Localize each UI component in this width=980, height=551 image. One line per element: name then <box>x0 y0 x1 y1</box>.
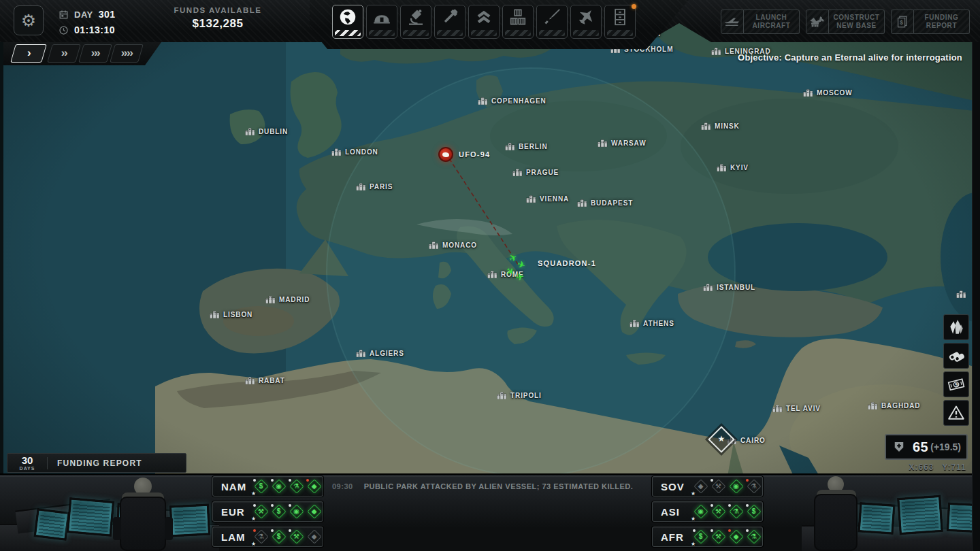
chevron-icon: › <box>14 45 44 62</box>
city-minsk[interactable]: MINSK <box>701 122 740 130</box>
city-rabat[interactable]: RABAT <box>245 377 285 384</box>
city-marker[interactable] <box>956 290 966 298</box>
toolbar-personnel-button[interactable] <box>468 5 500 39</box>
archive-icon <box>610 7 630 27</box>
speed-1-button[interactable]: › <box>10 44 47 63</box>
region-row-sov[interactable]: SOV◆★⚒◉⚗ <box>652 476 763 497</box>
toolbar-research-button[interactable] <box>400 5 431 39</box>
main-toolbar <box>310 0 689 49</box>
city-berlin[interactable]: BERLIN <box>505 143 548 150</box>
funding-days-unit: DAYS <box>7 466 47 471</box>
region-money-icon: $ <box>270 503 287 520</box>
star-icon: ★ <box>251 516 256 522</box>
button-hatch <box>335 30 361 36</box>
funding-report-label: FUNDING REPORT <box>914 10 970 34</box>
city-label: MONACO <box>442 241 477 249</box>
city-dublin[interactable]: DUBLIN <box>245 128 288 135</box>
toolbar-base-button[interactable] <box>366 5 397 39</box>
settings-button[interactable]: ⚙ <box>14 5 44 35</box>
star-icon: ★ <box>251 541 256 547</box>
score-badge: 65 (+19.5) <box>885 434 968 460</box>
region-region-icon: ◆ <box>306 529 323 546</box>
city-baghdad[interactable]: BAGHDAD <box>868 402 920 410</box>
divider <box>47 457 48 469</box>
time-controls: ›››››››››› <box>3 42 161 65</box>
toolbar-stores-button[interactable] <box>502 5 534 39</box>
toolbar-engineering-button[interactable] <box>434 5 466 39</box>
city-icon <box>356 350 366 357</box>
status-dot <box>710 479 713 482</box>
ticker-time: 09:30 <box>332 482 353 490</box>
city-copenhagen[interactable]: COPENHAGEN <box>478 97 546 105</box>
region-row-eur[interactable]: EUR⚒★$◉◆ <box>212 501 323 522</box>
squadron-aircraft-icon: ✈ <box>515 271 525 283</box>
city-icon <box>803 89 813 97</box>
region-region-icon: ◆ <box>306 503 323 520</box>
crystal-icon <box>947 318 965 336</box>
resources-layer-button[interactable] <box>943 314 969 340</box>
funds-layer-button[interactable]: $ <box>943 371 969 397</box>
speed-4-button[interactable]: ›››› <box>110 44 144 63</box>
button-hatch <box>607 30 633 36</box>
cursor-coordinates: X:663Y:711 <box>909 463 967 472</box>
region-row-asi[interactable]: ASI◉★⚒⚗$ <box>652 501 763 522</box>
gear-icon: ⚙ <box>21 11 36 31</box>
base-marker[interactable]: ★ <box>712 430 731 449</box>
city-label: LISBON <box>223 311 252 318</box>
city-vienna[interactable]: VIENNA <box>526 195 569 203</box>
city-warsaw[interactable]: WARSAW <box>598 139 647 147</box>
button-hatch <box>403 30 429 36</box>
region-row-lam[interactable]: LAM⚗★$⚒◆ <box>212 527 323 547</box>
city-lisbon[interactable]: LISBON <box>210 311 252 318</box>
region-row-nam[interactable]: NAM$★◉⚗◆ <box>212 476 323 497</box>
city-athens[interactable]: ATHENS <box>630 320 674 327</box>
alerts-layer-button[interactable] <box>943 400 969 426</box>
city-monaco[interactable]: MONACO <box>429 241 477 249</box>
region-row-afr[interactable]: AFR$★⚒◆⚗ <box>652 527 763 547</box>
fuel-layer-button[interactable] <box>943 343 969 369</box>
construct-new-base-button[interactable]: CONSTRUCT NEW BASE <box>806 10 885 34</box>
ufo-label: UFO-94 <box>459 150 490 158</box>
toolbar-geoscape-button[interactable] <box>332 5 363 39</box>
button-hatch <box>471 30 497 36</box>
city-kyiv[interactable]: KYIV <box>717 164 749 171</box>
city-algiers[interactable]: ALGIERS <box>356 350 404 357</box>
city-paris[interactable]: PARIS <box>356 183 393 190</box>
region-panel-left: NAM$★◉⚗◆EUR⚒★$◉◆LAM⚗★$⚒◆ <box>212 476 323 551</box>
personnel-icon <box>474 7 494 27</box>
launch-aircraft-button[interactable]: LAUNCH AIRCRAFT <box>721 10 800 34</box>
squadron-marker[interactable]: ✈✈✈✈ <box>505 252 538 286</box>
ufo-marker[interactable]: UFO-94 <box>438 147 490 162</box>
ufo-glyph <box>442 152 449 157</box>
city-moscow[interactable]: MOSCOW <box>803 89 853 97</box>
star-icon: ★ <box>251 490 256 497</box>
city-madrid[interactable]: MADRID <box>265 296 310 303</box>
toolbar-armory-button[interactable] <box>536 5 568 39</box>
city-tel-aviv[interactable]: TEL AVIV <box>772 405 821 412</box>
speed-2-button[interactable]: ›› <box>47 44 81 63</box>
region-science-icon: ⚗ <box>288 478 305 495</box>
toolbar-aircraft-button[interactable] <box>570 5 602 39</box>
region-engineering-icon: ⚒★ <box>252 503 270 520</box>
speed-3-button[interactable]: ››› <box>78 44 112 63</box>
ticker-text: PUBLIC PARK ATTACKED BY ALIEN VESSEL; 73… <box>364 482 634 490</box>
console-operator-left <box>0 475 219 551</box>
city-prague[interactable]: PRAGUE <box>512 169 559 176</box>
city-istanbul[interactable]: ISTANBUL <box>703 284 755 291</box>
city-label: TEL AVIV <box>786 405 821 412</box>
city-icon <box>703 284 713 291</box>
region-intel-icon: ◉★ <box>692 503 709 520</box>
research-icon <box>406 7 426 27</box>
funding-report-button[interactable]: $ FUNDING REPORT <box>891 10 970 34</box>
city-tripoli[interactable]: TRIPOLI <box>497 392 542 399</box>
city-london[interactable]: LONDON <box>331 148 378 156</box>
chevron-icon: ››› <box>82 45 109 62</box>
base-star-icon: ★ <box>718 434 725 444</box>
geoscape-icon <box>338 7 358 27</box>
engineering-icon <box>440 7 460 27</box>
button-hatch <box>539 30 565 36</box>
funding-countdown[interactable]: 30 DAYS FUNDING REPORT <box>7 453 186 473</box>
region-status-slots: ◉★⚒⚗$ <box>692 503 762 520</box>
city-budapest[interactable]: BUDAPEST <box>577 199 633 207</box>
toolbar-archive-button[interactable] <box>604 5 636 39</box>
